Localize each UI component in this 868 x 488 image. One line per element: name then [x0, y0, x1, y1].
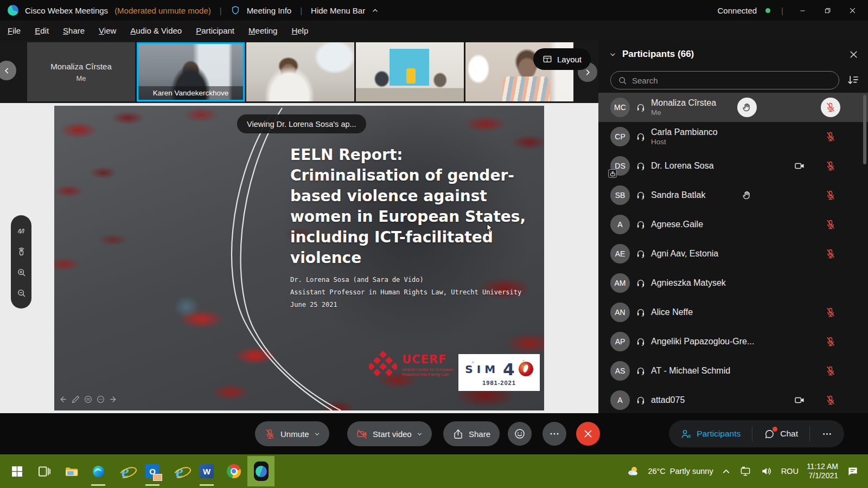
- maximize-button[interactable]: [819, 4, 835, 17]
- filmstrip-prev-button[interactable]: [0, 61, 16, 80]
- participants-toggle-button[interactable]: Participants: [669, 420, 752, 447]
- internet-explorer-icon: e: [118, 464, 133, 479]
- hide-menu-bar-button[interactable]: Hide Menu Bar: [311, 6, 365, 15]
- menu-item-help[interactable]: Help: [291, 26, 308, 35]
- participant-list: MCMonaliza CîrsteaMeCPCarla PambiancoHos…: [598, 93, 868, 413]
- more-panels-button[interactable]: [810, 420, 844, 447]
- chevron-down-icon[interactable]: [417, 431, 423, 437]
- taskbar-chrome-button[interactable]: [220, 456, 247, 486]
- arrow-left-icon[interactable]: [59, 395, 68, 404]
- participant-row[interactable]: SBSandra Batlak: [598, 181, 868, 210]
- weather-widget[interactable]: 26°C Partly sunny: [648, 467, 713, 476]
- taskbar-internet-explorer-button[interactable]: e: [166, 456, 193, 486]
- taskbar-edge-button[interactable]: [85, 456, 112, 486]
- chevron-down-icon[interactable]: [609, 51, 616, 58]
- chevron-up-icon[interactable]: [372, 7, 379, 14]
- remote-control-button[interactable]: [16, 246, 27, 256]
- taskbar-file-explorer-button[interactable]: [58, 456, 85, 486]
- headset-icon: [636, 278, 646, 288]
- menu-item-edit[interactable]: Edit: [35, 26, 49, 35]
- mic-muted-icon: [821, 98, 840, 117]
- search-box[interactable]: [610, 71, 839, 89]
- taskbar-internet-explorer-button[interactable]: e: [112, 456, 139, 486]
- avatar: A: [610, 215, 630, 234]
- start-video-button[interactable]: Start video: [347, 421, 432, 446]
- menu-item-meeting[interactable]: Meeting: [248, 26, 277, 35]
- weather-temp: 26°C: [648, 467, 665, 476]
- chat-toggle-button[interactable]: Chat: [752, 420, 809, 447]
- headset-icon: [636, 337, 646, 346]
- language-indicator[interactable]: ROU: [781, 467, 799, 476]
- leave-meeting-button[interactable]: [576, 422, 600, 446]
- speaker-icon[interactable]: [760, 465, 773, 478]
- sim-zero-icon: [519, 362, 533, 376]
- taskbar-outlook-button[interactable]: O: [139, 456, 166, 486]
- annotate-button[interactable]: [16, 226, 27, 236]
- participant-row[interactable]: Aattad075: [598, 386, 868, 413]
- menu-item-audio-video[interactable]: Audio & Video: [130, 26, 182, 35]
- word-icon: W: [200, 464, 214, 479]
- video-thumbnail[interactable]: [246, 42, 354, 101]
- share-button[interactable]: Share: [443, 421, 500, 446]
- webex-logo-icon: [8, 5, 18, 16]
- participants-icon: [680, 428, 692, 440]
- panel-scrollbar[interactable]: [863, 95, 866, 164]
- taskbar-word-button[interactable]: W: [193, 456, 220, 486]
- pen-icon[interactable]: [71, 395, 80, 404]
- chevron-down-icon[interactable]: [314, 431, 320, 437]
- action-center-icon[interactable]: [846, 465, 859, 478]
- participant-row[interactable]: AAgnese.Gaile: [598, 210, 868, 239]
- unmute-button[interactable]: Unmute: [255, 421, 329, 446]
- participant-row[interactable]: MCMonaliza CîrsteaMe: [598, 93, 868, 122]
- participant-name: AT - Michael Schmid: [651, 366, 730, 376]
- participant-row[interactable]: DSDr. Lorena Sosa: [598, 151, 868, 181]
- sim-years: 1981-2021: [482, 380, 516, 386]
- weather-icon[interactable]: [627, 465, 640, 478]
- mic-muted-icon: [821, 215, 840, 234]
- video-thumbnail[interactable]: [356, 42, 464, 101]
- close-panel-button[interactable]: [849, 50, 858, 59]
- close-window-button[interactable]: [844, 4, 860, 17]
- taskbar-webex-button[interactable]: [247, 456, 275, 486]
- taskbar-task-view-button[interactable]: [30, 456, 58, 486]
- participant-row[interactable]: APAngeliki Papazoglou-Gre...: [598, 327, 868, 356]
- participant-row[interactable]: AMAgnieszka Matysek: [598, 268, 868, 298]
- panel-toggle-group: Participants Chat: [669, 420, 844, 447]
- sort-participants-button[interactable]: [846, 74, 859, 87]
- headset-icon: [636, 249, 646, 259]
- menu-item-share[interactable]: Share: [63, 26, 85, 35]
- taskbar-windows-start-button[interactable]: [3, 456, 30, 486]
- shared-slide: EELN Report: Criminalisation of gender- …: [54, 106, 544, 410]
- participant-row[interactable]: ANAlice Neffe: [598, 298, 868, 327]
- circle-dots-icon[interactable]: [96, 395, 105, 404]
- tray-overflow-button[interactable]: [722, 467, 731, 476]
- participant-name: Agnese.Gaile: [651, 220, 703, 229]
- participants-panel: Participants (66) MCMonaliza CîrsteaMeCP…: [598, 41, 868, 413]
- network-icon[interactable]: [739, 465, 752, 478]
- menu-item-view[interactable]: View: [99, 26, 116, 35]
- arrow-right-icon[interactable]: [108, 395, 118, 404]
- mic-muted-icon: [821, 127, 840, 146]
- menu-item-participant[interactable]: Participant: [196, 26, 234, 35]
- chat-icon: [764, 428, 775, 440]
- search-input[interactable]: [632, 76, 832, 85]
- zoom-out-button[interactable]: [16, 288, 27, 298]
- participant-subtitle: Me: [76, 74, 86, 82]
- meeting-info-button[interactable]: Meeting Info: [247, 6, 292, 15]
- menu-item-file[interactable]: File: [8, 26, 21, 35]
- ucerf-logo: UCERF Utrecht Centre for European Resear…: [369, 351, 462, 379]
- zoom-in-button[interactable]: [16, 267, 27, 278]
- avatar: AM: [610, 273, 630, 293]
- minimize-button[interactable]: [794, 4, 810, 17]
- video-thumbnail[interactable]: Monaliza CîrsteaMe: [27, 42, 135, 101]
- circle-lines-icon[interactable]: [84, 395, 93, 404]
- clock[interactable]: 11:12 AM 7/1/2021: [807, 462, 838, 480]
- viewing-toast: Viewing Dr. Lorena Sosa's ap...: [237, 114, 366, 133]
- participant-row[interactable]: CPCarla PambiancoHost: [598, 122, 868, 151]
- participant-row[interactable]: AEAgni Aav, Estonia: [598, 239, 868, 268]
- layout-button[interactable]: Layout: [533, 48, 591, 70]
- participant-row[interactable]: ASAT - Michael Schmid: [598, 356, 868, 386]
- reactions-button[interactable]: [508, 422, 532, 446]
- video-thumbnail[interactable]: Karen Vandekerckhove: [137, 42, 245, 101]
- more-options-button[interactable]: [542, 422, 566, 446]
